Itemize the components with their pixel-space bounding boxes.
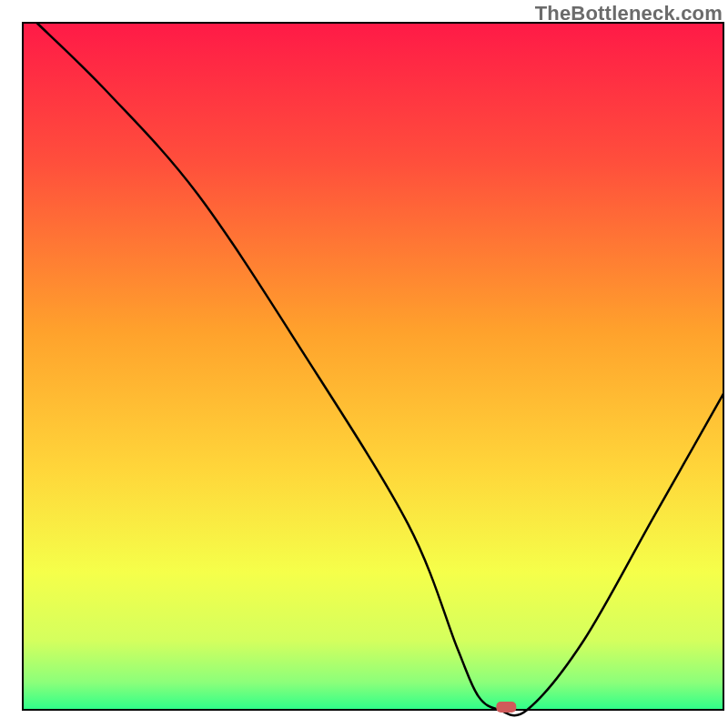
plot-background — [23, 23, 723, 710]
bottleneck-chart — [0, 0, 728, 728]
optimal-marker — [496, 702, 516, 713]
watermark-text: TheBottleneck.com — [535, 2, 723, 25]
